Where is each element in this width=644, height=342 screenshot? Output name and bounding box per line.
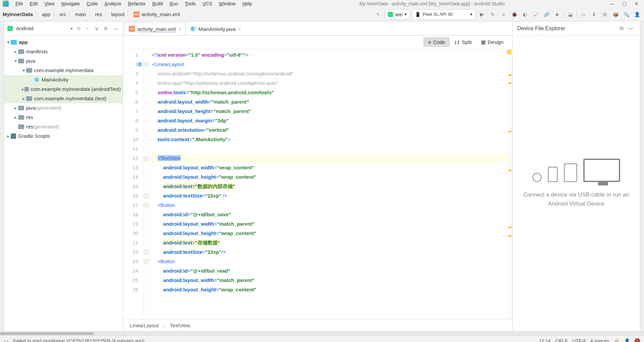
indent-info[interactable]: 4 spaces	[590, 338, 609, 342]
close-icon[interactable]: ✕	[635, 1, 639, 6]
error-stripe[interactable]	[507, 49, 512, 319]
target-icon[interactable]: ⊙	[75, 26, 82, 31]
menu-code[interactable]: Code	[84, 0, 100, 7]
code-line[interactable]: android:layout_height="wrap_content"	[152, 229, 507, 238]
fold-marker-icon[interactable]: −	[144, 156, 148, 160]
tree-node-gradle[interactable]: ▸Gradle Scripts	[4, 131, 123, 141]
menu-help[interactable]: Help	[239, 0, 255, 7]
editor-tab[interactable]: </>activity_main.xml×	[124, 22, 185, 35]
stop-icon[interactable]: ■	[553, 10, 561, 19]
menu-analyze[interactable]: Analyze	[102, 0, 124, 7]
code-line[interactable]: <TextView	[152, 154, 507, 163]
device-selector[interactable]: Pixel XL API 30 ▾	[412, 9, 476, 19]
code-line[interactable]: android:id="@+id/but_read"	[152, 266, 507, 276]
tree-node-package-test2[interactable]: ▸com.example.myInnerdata (test)	[4, 94, 123, 103]
close-tab-icon[interactable]: ×	[178, 26, 181, 32]
menu-tools[interactable]: Tools	[182, 0, 199, 7]
breadcrumb-item[interactable]: MyInnerData	[3, 11, 33, 17]
code-line[interactable]: <?xml version="1.0" encoding="utf-8"?>	[152, 50, 507, 60]
hide-icon[interactable]: —	[626, 25, 635, 32]
code-line[interactable]: android:textSize="22sp" />	[152, 191, 507, 201]
crumb-item[interactable]: TextView	[170, 323, 190, 328]
code-line[interactable]: android:layout_height="wrap_content"	[152, 285, 507, 294]
avd-icon[interactable]: ▭	[579, 10, 588, 19]
apply-code-icon[interactable]: ≡	[499, 10, 508, 19]
breadcrumb-item[interactable]: res	[95, 11, 102, 17]
menu-window[interactable]: Window	[216, 0, 238, 7]
layout-inspector-icon[interactable]: 📦	[611, 10, 620, 19]
menu-edit[interactable]: Edit	[27, 0, 41, 7]
fold-marker-icon[interactable]: −	[144, 203, 148, 207]
apply-changes-icon[interactable]: ↻	[488, 10, 497, 19]
code-line[interactable]: android:layout_width="wrap_content"	[152, 163, 507, 172]
warning-marker[interactable]	[508, 82, 512, 84]
expand-icon[interactable]: ⇲	[93, 26, 100, 31]
code-content[interactable]: <?xml version="1.0" encoding="utf-8"?><L…	[149, 49, 507, 319]
tree-node-manifests[interactable]: ▸manifests	[4, 47, 123, 56]
editor-breadcrumbs[interactable]: LinearLayout › TextView	[123, 319, 512, 331]
code-line[interactable]: xmlns:tools="http://schemas.android.com/…	[152, 88, 507, 97]
tree-node-java-gen[interactable]: ▸java (generated)	[4, 103, 123, 113]
right-tool-strip[interactable]	[640, 21, 644, 331]
sdk-icon[interactable]: ⬇	[590, 10, 598, 19]
run-icon[interactable]: ▶	[478, 10, 486, 19]
menu-file[interactable]: File	[13, 0, 26, 7]
warning-marker[interactable]	[508, 227, 512, 228]
inspection-icon[interactable]: 👤	[624, 338, 630, 342]
run-config-selector[interactable]: app ▾	[385, 9, 410, 19]
code-line[interactable]: android:layout_height="wrap_content"	[152, 172, 507, 182]
code-line[interactable]: tools:context=".MainActivity">	[152, 135, 507, 144]
horizontal-scrollbar[interactable]	[0, 331, 644, 335]
code-line[interactable]: <LinearLayout	[152, 60, 507, 69]
breadcrumb-item[interactable]: app	[42, 11, 50, 17]
code-line[interactable]: android:layout_height="match_parent"	[152, 107, 507, 116]
resource-icon[interactable]: ⊞	[600, 10, 609, 19]
view-code-button[interactable]: ≡Code	[423, 37, 450, 47]
class-gutter-icon[interactable]: C	[137, 62, 143, 67]
event-log-icon[interactable]: ▭	[4, 338, 8, 342]
view-design-button[interactable]: ▦Design	[476, 37, 508, 47]
fold-marker-icon[interactable]: −	[144, 260, 148, 264]
build-hammer-icon[interactable]: ↖	[374, 10, 383, 19]
code-line[interactable]: xmlns:app="http://schemas.android.com/ap…	[152, 78, 507, 88]
warning-marker[interactable]	[508, 170, 512, 171]
fold-marker-icon[interactable]: −	[144, 194, 148, 198]
tree-node-main-activity[interactable]: CMainActivity	[4, 75, 123, 84]
code-line[interactable]: android:layout_margin="3dp"	[152, 116, 507, 125]
vcs-icon[interactable]: ⬓	[566, 10, 575, 19]
code-line[interactable]: android:layout_width="match_parent"	[152, 276, 507, 285]
tree-node-package-test1[interactable]: ▸com.example.myInnerdata (androidTest)	[4, 84, 123, 94]
search-icon[interactable]: 🔍	[622, 10, 631, 19]
maximize-icon[interactable]: ▢	[622, 1, 627, 6]
code-line[interactable]: android:orientation="vertical"	[152, 125, 507, 135]
code-line[interactable]: <Button	[152, 201, 507, 210]
tree-node-res[interactable]: ▸res	[4, 113, 123, 122]
tree-node-app[interactable]: ▾app	[4, 38, 123, 47]
project-mode-label[interactable]: Android	[16, 25, 68, 31]
breadcrumb-item[interactable]: activity_main.xml	[142, 11, 180, 17]
close-tab-icon[interactable]: ×	[238, 26, 241, 32]
analysis-marker-icon[interactable]	[507, 50, 512, 54]
line-separator[interactable]: CRLF	[555, 338, 568, 342]
tree-node-java[interactable]: ▾java	[4, 56, 123, 66]
user-icon[interactable]: 👤	[633, 10, 641, 19]
code-line[interactable]: android:id="@+id/but_save"	[152, 210, 507, 219]
menu-build[interactable]: Build	[150, 0, 165, 7]
menu-view[interactable]: View	[42, 0, 57, 7]
coverage-icon[interactable]: ◐	[521, 10, 529, 19]
code-line[interactable]: android:layout_width="match_parent"	[152, 97, 507, 107]
breadcrumb-item[interactable]: src	[59, 11, 66, 17]
warning-marker[interactable]	[508, 131, 512, 132]
project-tree[interactable]: ▾app ▸manifests ▾java ▾com.example.myInn…	[4, 36, 123, 143]
code-line[interactable]	[152, 144, 507, 154]
fold-marker-icon[interactable]: −	[144, 250, 148, 254]
gear-icon[interactable]: ⚙	[617, 25, 626, 32]
warning-marker[interactable]	[508, 74, 512, 76]
status-message[interactable]: Failed to start monitoring YCP7N17613027…	[13, 338, 144, 342]
hide-icon[interactable]: —	[112, 26, 119, 31]
profiler-icon[interactable]: 📈	[531, 10, 540, 19]
tree-node-res-gen[interactable]: res (generated)	[4, 122, 123, 131]
gear-icon[interactable]: ⚙	[102, 26, 109, 31]
minimize-icon[interactable]: —	[609, 1, 614, 6]
code-line[interactable]: android:textSize="22sp"/>	[152, 247, 507, 257]
